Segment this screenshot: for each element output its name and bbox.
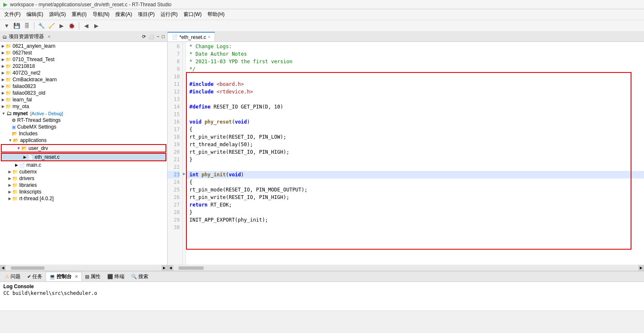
menu-file[interactable]: 文件(F) [2, 10, 23, 19]
sidebar-ctrl-min[interactable]: − [157, 34, 159, 39]
sidebar-item-mynet[interactable]: ▼ 🗂 mynet [Active - Debug] [0, 110, 167, 117]
editor-hscroll-right[interactable]: ▶ [638, 265, 644, 271]
expand-icon-user-drv[interactable]: ▼ [17, 146, 21, 150]
tb-back[interactable]: ◀ [82, 22, 91, 30]
sidebar-item-linkscripts[interactable]: ▶ 📁 linkscripts [0, 188, 167, 195]
tb-new[interactable]: ▼ [3, 22, 11, 30]
expand-icon-libraries[interactable]: ▶ [8, 183, 11, 187]
tb-build[interactable]: 🔧 [37, 22, 46, 30]
menu-window[interactable]: 窗口(W) [181, 10, 204, 19]
expand-icon-0627test[interactable]: ▶ [2, 51, 5, 55]
sidebar-hscroll-track[interactable] [7, 266, 160, 270]
sidebar-item-includes[interactable]: 📂 Includes [0, 130, 167, 137]
sidebar-hscroll-thumb[interactable] [11, 266, 44, 270]
sidebar-item-user-drv[interactable]: ▼ 📂 user_drv [1, 144, 166, 152]
tab-close-eth-reset[interactable]: × [208, 35, 210, 39]
tb-clean[interactable]: 🧹 [47, 22, 56, 30]
sidebar-item-407zg[interactable]: ▶ 📁 407ZG_net2 [0, 70, 167, 76]
expand-icon-applications[interactable]: ▼ [8, 138, 12, 142]
sidebar-ctrl-collapse[interactable]: ⬜ [148, 34, 154, 39]
editor-hscroll-left[interactable]: ◀ [168, 265, 173, 271]
menu-project[interactable]: 项目(P) [135, 10, 157, 19]
sidebar-item-faliao0823[interactable]: ▶ 📁 faliao0823 [0, 83, 167, 90]
tb-sep1 [34, 22, 34, 30]
line-num-30: 30 [168, 224, 180, 231]
folder-icon-0627test: 📁 [5, 50, 11, 56]
sidebar-item-learn-fal[interactable]: ▶ 📁 learn_fal [0, 96, 167, 103]
status-bar [0, 310, 644, 320]
menu-help[interactable]: 帮助(H) [205, 10, 227, 19]
tb-save-all[interactable]: 🗄 [23, 22, 31, 30]
sidebar-ctrl-max[interactable]: □ [162, 34, 165, 39]
expand-icon-mynet[interactable]: ▼ [2, 111, 5, 116]
expand-icon-0710[interactable]: ▶ [2, 57, 5, 62]
ind-18 [183, 132, 186, 140]
expand-icon-407zg[interactable]: ▶ [2, 71, 5, 75]
tab-eth-reset[interactable]: 📄 *eth_reset.c × [168, 32, 215, 41]
tb-save[interactable]: 💾 [13, 22, 21, 30]
expand-icon-faliao0823[interactable]: ▶ [2, 84, 5, 88]
bottom-tab-search[interactable]: 🔍 搜索 [128, 272, 152, 281]
editor-hscroll-thumb[interactable] [178, 266, 204, 270]
sidebar-item-rt-thread[interactable]: ▶ 📁 rt-thread [4.0.2] [0, 195, 167, 202]
menu-source[interactable]: 源码(S) [47, 10, 68, 19]
code-line-8: * 2021-11-03 YPD the first version [189, 58, 641, 65]
tb-run[interactable]: ▶ [57, 22, 66, 30]
tb-forward[interactable]: ▶ [92, 22, 101, 30]
sidebar-item-cmbacktrace[interactable]: ▶ 📁 CmBacktrace_learn [0, 76, 167, 83]
bottom-tab-console[interactable]: 💻 控制台 ✕ [46, 272, 82, 281]
sidebar-hscroll-right[interactable]: ▶ [161, 265, 167, 271]
sidebar-item-20210818[interactable]: ▶ 📁 20210818 [0, 63, 167, 70]
sidebar-item-libraries[interactable]: ▶ 📁 libraries [0, 182, 167, 188]
expand-icon-0621[interactable]: ▶ [2, 44, 5, 48]
expand-icon-cubemx-folder[interactable]: ▶ [8, 170, 11, 174]
sidebar-ctrl-sync[interactable]: ⟳ [142, 34, 146, 39]
sidebar-hscroll[interactable]: ◀ ▶ [0, 265, 167, 271]
sidebar-item-drivers[interactable]: ▶ 📁 drivers [0, 175, 167, 182]
console-close[interactable]: ✕ [75, 274, 78, 279]
tb-debug[interactable]: 🐞 [67, 22, 76, 30]
item-label-learn-fal: learn_fal [13, 97, 32, 103]
sidebar-item-applications[interactable]: ▼ 📂 applications [0, 137, 167, 144]
expand-icon-rt-thread[interactable]: ▶ [8, 196, 11, 201]
line-num-14: 14 [168, 103, 180, 111]
code-line-11: #include <board.h> [189, 80, 641, 88]
sidebar-item-0621[interactable]: ▶ 📁 0621_anylen_learn [0, 43, 167, 49]
menu-edit[interactable]: 编辑(E) [24, 10, 46, 19]
code-content-wrapper[interactable]: * Change Logs: * Date Author Notes * 202… [186, 42, 644, 265]
expand-icon-faliao0823old[interactable]: ▶ [2, 91, 5, 95]
bottom-tab-bar: ⚠ 问题 ✔ 任务 💻 控制台 ✕ ▤ 属性 ⬛ 终端 🔍 搜索 [0, 271, 644, 282]
editor-hscroll[interactable]: ◀ ▶ [168, 265, 644, 271]
expand-icon-linkscripts[interactable]: ▶ [8, 190, 11, 194]
bottom-tab-props[interactable]: ▤ 属性 [82, 272, 104, 281]
bottom-tab-task[interactable]: ✔ 任务 [24, 272, 46, 281]
expand-icon-cmbacktrace[interactable]: ▶ [2, 77, 5, 82]
code-line-22 [189, 163, 641, 171]
sidebar-item-0710[interactable]: ▶ 📁 0710_Thread_Test [0, 56, 167, 63]
sidebar-close-icon[interactable]: ✕ [47, 34, 51, 39]
sidebar-item-eth-reset-c[interactable]: ▶ 📄 eth_reset.c [1, 153, 166, 161]
sidebar-item-cubemx-settings[interactable]: ▣ CubeMX Settings [0, 124, 167, 130]
expand-icon-20210818[interactable]: ▶ [2, 64, 5, 68]
menu-search[interactable]: 搜索(A) [113, 10, 134, 19]
sidebar-item-cubemx-folder[interactable]: ▶ 📁 cubemx [0, 168, 167, 175]
bottom-tab-problem[interactable]: ⚠ 问题 [2, 272, 24, 281]
editor-hscroll-track[interactable] [174, 266, 637, 270]
expand-icon-drivers[interactable]: ▶ [8, 176, 11, 181]
sidebar-hscroll-left[interactable]: ◀ [0, 265, 6, 271]
sidebar-item-main-c[interactable]: ▶ 📄 main.c [0, 162, 167, 168]
expand-icon-my-ota[interactable]: ▶ [2, 104, 5, 108]
line-num-17: 17 [168, 126, 180, 133]
sidebar-item-0627test[interactable]: ▶ 📁 0627test [0, 49, 167, 56]
line-num-13: 13 [168, 96, 180, 103]
menu-run[interactable]: 运行(R) [158, 10, 180, 19]
expand-icon-learn-fal[interactable]: ▶ [2, 98, 5, 102]
bottom-tab-terminal[interactable]: ⬛ 终端 [104, 272, 128, 281]
sidebar-item-faliao0823old[interactable]: ▶ 📁 faliao0823_old [0, 90, 167, 96]
code-editor[interactable]: 6 7 8 9 10 11 12 13 14 15 16 17 18 19 20… [168, 42, 644, 265]
sidebar-item-rt-settings[interactable]: ⚙ RT-Thread Settings [0, 117, 167, 124]
item-label-mynet: mynet [13, 111, 28, 116]
menu-navigate[interactable]: 导航(N) [90, 10, 112, 19]
sidebar-item-my-ota[interactable]: ▶ 📁 my_ota [0, 103, 167, 110]
menu-refactor[interactable]: 重构(I) [69, 10, 89, 19]
